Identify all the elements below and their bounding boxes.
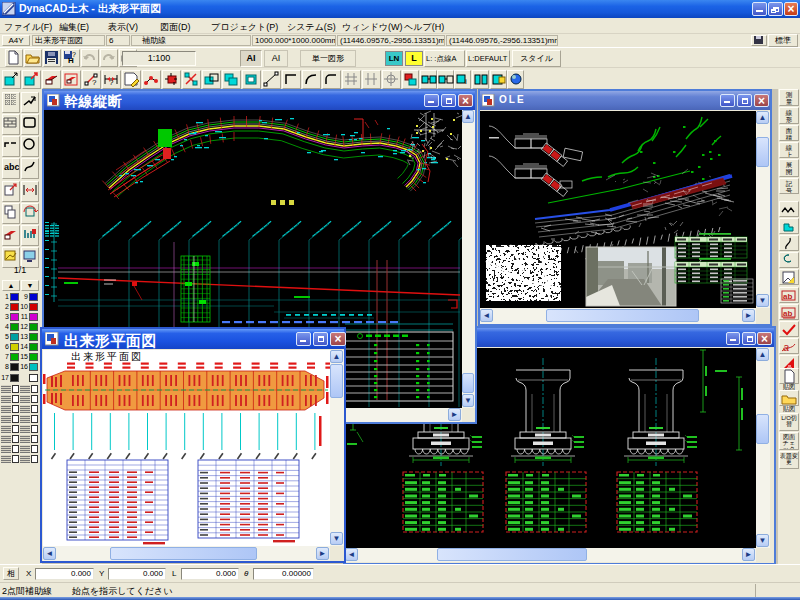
- svg-text:?: ?: [109, 78, 114, 87]
- svg-text:a: a: [783, 341, 789, 353]
- svg-text:ab: ab: [783, 292, 792, 301]
- svg-text:?: ?: [92, 78, 97, 87]
- svg-text:i: i: [465, 77, 467, 86]
- svg-text:abc: abc: [4, 162, 19, 172]
- svg-text:ab: ab: [783, 309, 792, 318]
- svg-text:?: ?: [72, 51, 76, 58]
